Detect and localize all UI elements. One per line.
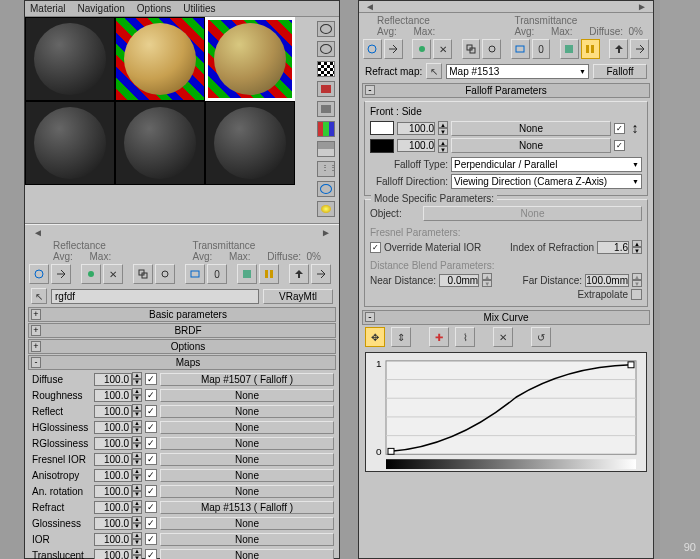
falloff-parameters-header[interactable]: -Falloff Parameters — [362, 83, 650, 98]
map-slot-button[interactable]: None — [160, 485, 334, 498]
video-color-icon[interactable] — [317, 101, 335, 117]
side-map-button[interactable]: None — [451, 138, 611, 153]
lamp-icon[interactable] — [317, 201, 335, 217]
falloff-direction-select[interactable]: Viewing Direction (Camera Z-Axis) — [451, 174, 642, 189]
go-parent-icon[interactable] — [289, 264, 309, 284]
map-enable-check[interactable]: ✓ — [145, 373, 157, 385]
map-slot-button[interactable]: None — [160, 421, 334, 434]
mix-curve-header[interactable]: -Mix Curve — [362, 310, 650, 325]
map-amount-spinner[interactable] — [94, 485, 132, 498]
add-point-icon[interactable]: ✚ — [429, 327, 449, 347]
menu-options[interactable]: Options — [137, 3, 171, 14]
spinner-buttons[interactable]: ▲▼ — [132, 436, 142, 450]
map-amount-spinner[interactable] — [94, 421, 132, 434]
side-map-check[interactable]: ✓ — [614, 140, 625, 151]
material-slot-selected[interactable] — [205, 17, 295, 101]
material-slot[interactable] — [115, 17, 205, 101]
sample-uv-icon[interactable] — [317, 81, 335, 97]
make-unique-icon[interactable] — [155, 264, 175, 284]
side-color-well[interactable] — [370, 139, 394, 153]
get-material-icon[interactable] — [29, 264, 49, 284]
front-color-well[interactable] — [370, 121, 394, 135]
reset-curve-icon[interactable]: ↺ — [531, 327, 551, 347]
effects-icon[interactable]: 0 — [532, 39, 551, 59]
menu-material[interactable]: Material — [30, 3, 66, 14]
pick-icon[interactable]: ↖ — [426, 63, 442, 79]
put-library-icon[interactable] — [185, 264, 205, 284]
front-map-button[interactable]: None — [451, 121, 611, 136]
show-map-icon[interactable] — [237, 264, 257, 284]
move-icon[interactable]: ✥ — [365, 327, 385, 347]
spinner-buttons[interactable]: ▲▼ — [132, 548, 142, 559]
map-slot-button[interactable]: None — [160, 549, 334, 560]
rollup-maps[interactable]: -Maps — [28, 355, 336, 370]
put-library-icon[interactable] — [511, 39, 530, 59]
mix-curve-graph[interactable]: 1 0 — [365, 352, 647, 472]
map-amount-spinner[interactable] — [94, 453, 132, 466]
map-enable-check[interactable]: ✓ — [145, 501, 157, 513]
front-amount-spinner[interactable] — [397, 122, 435, 135]
falloff-type-select[interactable]: Perpendicular / Parallel — [451, 157, 642, 172]
map-amount-spinner[interactable] — [94, 437, 132, 450]
spinner-buttons[interactable]: ▲▼ — [132, 484, 142, 498]
map-enable-check[interactable]: ✓ — [145, 421, 157, 433]
put-to-scene-icon[interactable] — [51, 264, 71, 284]
map-enable-check[interactable]: ✓ — [145, 453, 157, 465]
assign-icon[interactable] — [81, 264, 101, 284]
make-unique-icon[interactable] — [482, 39, 501, 59]
make-copy-icon[interactable] — [462, 39, 481, 59]
front-map-check[interactable]: ✓ — [614, 123, 625, 134]
options-icon[interactable] — [317, 141, 335, 157]
put-to-scene-icon[interactable] — [384, 39, 403, 59]
map-amount-spinner[interactable] — [94, 517, 132, 530]
map-enable-check[interactable]: ✓ — [145, 469, 157, 481]
spinner-buttons[interactable]: ▲▼ — [132, 500, 142, 514]
rollup-basic[interactable]: +Basic parameters — [28, 307, 336, 322]
spinner-buttons[interactable]: ▲▼ — [132, 468, 142, 482]
map-slot-button[interactable]: None — [160, 469, 334, 482]
reset-icon[interactable]: ✕ — [433, 39, 452, 59]
map-slot-button[interactable]: None — [160, 517, 334, 530]
pick-icon[interactable]: ↖ — [31, 288, 47, 304]
map-amount-spinner[interactable] — [94, 373, 132, 386]
swap-icon[interactable]: ↕ — [628, 120, 642, 136]
make-preview-icon[interactable] — [317, 121, 335, 137]
spinner-buttons[interactable]: ▲▼ — [132, 404, 142, 418]
map-slot-button[interactable]: Map #1513 ( Falloff ) — [160, 501, 334, 514]
bezier-icon[interactable]: ⌇ — [455, 327, 475, 347]
map-amount-spinner[interactable] — [94, 533, 132, 546]
go-parent-icon[interactable] — [609, 39, 628, 59]
refract-map-select[interactable]: Map #1513 — [446, 64, 589, 79]
map-amount-spinner[interactable] — [94, 389, 132, 402]
spinner-buttons[interactable]: ▲▼ — [132, 420, 142, 434]
backlight-icon[interactable] — [317, 41, 335, 57]
map-slot-button[interactable]: None — [160, 405, 334, 418]
menu-navigation[interactable]: Navigation — [78, 3, 125, 14]
map-enable-check[interactable]: ✓ — [145, 389, 157, 401]
side-amount-spinner[interactable] — [397, 139, 435, 152]
ior-spinner[interactable] — [597, 241, 629, 254]
map-enable-check[interactable]: ✓ — [145, 437, 157, 449]
rollup-brdf[interactable]: +BRDF — [28, 323, 336, 338]
material-map-nav-icon[interactable] — [317, 181, 335, 197]
map-enable-check[interactable]: ✓ — [145, 517, 157, 529]
spinner-buttons[interactable]: ▲▼ — [132, 388, 142, 402]
spinner-buttons[interactable]: ▲▼ — [132, 532, 142, 546]
map-slot-button[interactable]: Map #1507 ( Falloff ) — [160, 373, 334, 386]
assign-icon[interactable] — [412, 39, 431, 59]
background-icon[interactable] — [317, 61, 335, 77]
map-amount-spinner[interactable] — [94, 469, 132, 482]
map-enable-check[interactable]: ✓ — [145, 549, 157, 559]
go-forward-icon[interactable] — [630, 39, 649, 59]
material-slot[interactable] — [25, 101, 115, 185]
material-slot[interactable] — [25, 17, 115, 101]
map-amount-spinner[interactable] — [94, 549, 132, 560]
material-slot[interactable] — [205, 101, 295, 185]
make-copy-icon[interactable] — [133, 264, 153, 284]
map-slot-button[interactable]: None — [160, 453, 334, 466]
map-enable-check[interactable]: ✓ — [145, 485, 157, 497]
reset-icon[interactable]: ✕ — [103, 264, 123, 284]
select-by-material-icon[interactable] — [317, 161, 335, 177]
map-amount-spinner[interactable] — [94, 405, 132, 418]
show-end-result-icon[interactable] — [581, 39, 600, 59]
